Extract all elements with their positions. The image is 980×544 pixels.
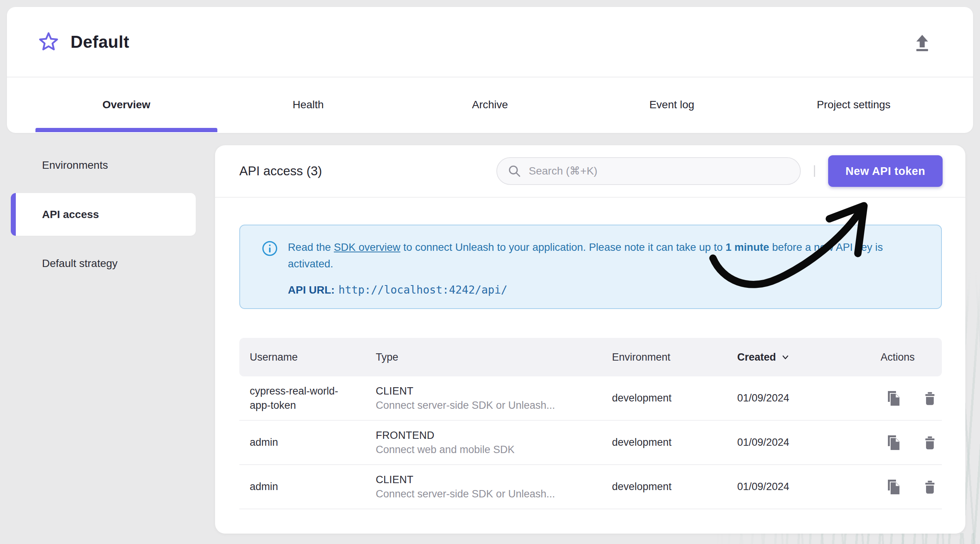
- magnifier-icon: [507, 164, 522, 178]
- token-username: admin: [250, 429, 376, 455]
- info-banner: Read the SDK overview to connect Unleash…: [239, 225, 942, 309]
- copy-token-button[interactable]: [884, 434, 902, 452]
- new-api-token-button[interactable]: New API token: [828, 155, 943, 187]
- banner-text-middle: to connect Unleash to your application. …: [400, 241, 726, 253]
- row-actions: [881, 390, 942, 407]
- token-username: admin: [250, 473, 376, 500]
- sidebar-item-label: API access: [42, 208, 99, 221]
- table-row: cypress-real-world-app-token CLIENT Conn…: [239, 376, 942, 421]
- search-group: New API token: [496, 155, 943, 187]
- upload-icon: [912, 32, 932, 52]
- api-token-table: Username Type Environment Created Action…: [239, 338, 942, 509]
- panel-title: API access (3): [239, 164, 322, 178]
- tab-label: Health: [292, 99, 324, 111]
- api-url-label: API URL:: [288, 284, 335, 296]
- sidebar-item-label: Environments: [42, 159, 108, 171]
- token-created: 01/09/2024: [737, 481, 881, 493]
- row-actions: [881, 434, 942, 452]
- sdk-overview-link[interactable]: SDK overview: [334, 241, 400, 253]
- project-header-card: Default Overview Health Archive Event lo…: [7, 7, 973, 133]
- copy-icon: [884, 479, 901, 495]
- banner-text-prefix: Read the: [288, 241, 334, 253]
- table-header-row: Username Type Environment Created Action…: [239, 338, 942, 376]
- search-input[interactable]: [529, 165, 794, 177]
- project-title: Default: [71, 32, 129, 52]
- copy-token-button[interactable]: [884, 478, 902, 496]
- token-username: cypress-real-world-app-token: [250, 378, 376, 418]
- api-url-value: http://localhost:4242/api/: [338, 284, 507, 296]
- project-header: Default: [7, 7, 973, 77]
- token-created: 01/09/2024: [737, 392, 881, 404]
- tab-archive[interactable]: Archive: [399, 77, 581, 132]
- token-environment: development: [612, 437, 737, 448]
- column-header-created[interactable]: Created: [737, 351, 881, 363]
- column-header-type: Type: [376, 351, 612, 363]
- copy-icon: [884, 434, 901, 451]
- header-divider: [814, 165, 815, 177]
- trash-icon: [922, 435, 938, 450]
- chevron-down-icon: [781, 353, 790, 362]
- tab-label: Archive: [472, 99, 508, 111]
- tab-label: Overview: [103, 99, 151, 111]
- tab-label: Event log: [649, 99, 694, 111]
- tab-health[interactable]: Health: [217, 77, 399, 132]
- token-type-description: Connect web and mobile SDK: [376, 444, 612, 456]
- token-type: CLIENT: [376, 474, 612, 486]
- copy-token-button[interactable]: [884, 390, 902, 407]
- panel-header: API access (3) New API token: [215, 145, 965, 198]
- token-environment: development: [612, 481, 737, 493]
- sidebar-item-default-strategy[interactable]: Default strategy: [11, 254, 196, 274]
- token-type: FRONTEND: [376, 430, 612, 442]
- delete-token-button[interactable]: [921, 478, 939, 496]
- token-created: 01/09/2024: [737, 437, 881, 448]
- copy-icon: [884, 390, 901, 407]
- page: Default Overview Health Archive Event lo…: [0, 0, 980, 544]
- banner-body: Read the SDK overview to connect Unleash…: [288, 239, 918, 308]
- tab-project-settings[interactable]: Project settings: [763, 77, 945, 132]
- tab-event-log[interactable]: Event log: [581, 77, 763, 132]
- column-header-username: Username: [250, 351, 376, 363]
- table-row: admin CLIENT Connect server-side SDK or …: [239, 465, 942, 509]
- token-type: CLIENT: [376, 385, 612, 397]
- project-tabs: Overview Health Archive Event log Projec…: [35, 77, 945, 132]
- delete-token-button[interactable]: [921, 434, 939, 452]
- token-type-description: Connect server-side SDK or Unleash...: [376, 488, 612, 500]
- export-button[interactable]: [910, 30, 935, 55]
- tab-overview[interactable]: Overview: [35, 77, 217, 132]
- delete-token-button[interactable]: [921, 390, 939, 407]
- sidebar-item-environments[interactable]: Environments: [11, 155, 196, 175]
- favorite-star-button[interactable]: [37, 30, 61, 54]
- sidebar-item-api-access[interactable]: API access: [11, 193, 196, 236]
- column-header-label: Created: [737, 351, 776, 363]
- star-outline-icon: [37, 31, 60, 53]
- table-row: admin FRONTEND Connect web and mobile SD…: [239, 421, 942, 465]
- search-box[interactable]: [496, 157, 801, 185]
- token-environment: development: [612, 392, 737, 404]
- token-type-description: Connect server-side SDK or Unleash...: [376, 400, 612, 411]
- trash-icon: [922, 391, 938, 406]
- tab-label: Project settings: [817, 99, 890, 111]
- background-texture: [965, 270, 980, 544]
- background-texture: [713, 533, 980, 544]
- column-header-actions: Actions: [881, 351, 942, 363]
- info-icon: [262, 240, 278, 257]
- sidebar-item-label: Default strategy: [42, 257, 118, 270]
- api-url-line: API URL:http://localhost:4242/api/: [288, 284, 918, 296]
- banner-text: Read the SDK overview to connect Unleash…: [288, 239, 918, 272]
- row-actions: [881, 478, 942, 496]
- api-access-panel: API access (3) New API token: [215, 145, 965, 534]
- column-header-environment: Environment: [612, 351, 737, 363]
- banner-text-bold: 1 minute: [726, 241, 769, 253]
- trash-icon: [922, 479, 938, 495]
